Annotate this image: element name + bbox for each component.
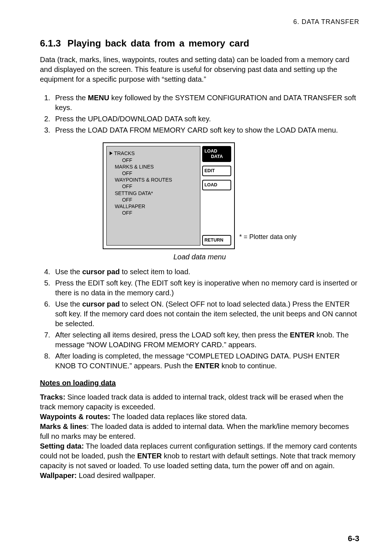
page-header: 6. DATA TRANSFER [40,17,359,26]
intro-paragraph: Data (track, marks, lines, waypoints, ro… [40,55,359,84]
menu-label: SETTING DATA* [115,190,197,197]
softkey-edit[interactable]: EDIT [202,166,231,176]
list-item: After loading is completed, the message … [52,351,359,371]
note-setting-data: Setting data: The loaded data replaces c… [40,441,359,471]
softkey-column: LOAD DATA EDIT LOAD RETURN [202,146,231,246]
note-marks-lines: Marks & lines: The loaded data is added … [40,422,359,441]
menu-value: OFF [122,197,197,203]
menu-label: MARKS & LINES [115,163,197,170]
section-number: 6.1.3 [40,38,61,49]
menu-label: WAYPOINTS & ROUTES [115,177,197,183]
section-title-text: Playing back data from a memory card [68,38,249,49]
section-title: 6.1.3Playing back data from a memory car… [40,37,359,50]
list-item: Use the cursor pad to select item to loa… [52,267,359,277]
softkey-return[interactable]: RETURN [202,235,231,246]
list-item: Press the EDIT soft key. (The EDIT soft … [52,278,359,298]
notes-heading: Notes on loading data [40,378,359,388]
page-number: 6-3 [348,533,359,544]
list-item: Press the UPLOAD/DOWNLOAD DATA soft key. [52,114,359,124]
notes-block: Tracks: Since loaded track data is added… [40,392,359,481]
device-frame: TRACKS OFF MARKS & LINES OFF WAYPOINTS &… [103,142,235,249]
steps-list-a: Press the MENU key followed by the SYSTE… [40,93,359,135]
menu-row: TRACKS [110,150,197,157]
menu-value: OFF [122,210,197,216]
menu-label: TRACKS [114,150,135,157]
menu-value: OFF [122,170,197,177]
menu-value: OFF [122,157,197,163]
page: 6. DATA TRANSFER 6.1.3Playing back data … [0,0,392,555]
steps-list-b: Use the cursor pad to select item to loa… [40,267,359,371]
figure-caption: Load data menu [173,252,226,262]
figure-footnote: * = Plotter data only [239,232,297,249]
list-item: Press the LOAD DATA FROM MEMORY CARD sof… [52,125,359,135]
list-item: After selecting all items desired, press… [52,330,359,350]
figure-row: TRACKS OFF MARKS & LINES OFF WAYPOINTS &… [103,142,297,249]
note-tracks: Tracks: Since loaded track data is added… [40,392,359,412]
menu-label: WALLPAPER [115,203,197,210]
figure: TRACKS OFF MARKS & LINES OFF WAYPOINTS &… [40,142,359,262]
note-wallpaper: Wallpaper: Load desired wallpaper. [40,471,359,481]
menu-screen: TRACKS OFF MARKS & LINES OFF WAYPOINTS &… [106,146,200,246]
softkey-load-data[interactable]: LOAD DATA [202,146,231,162]
list-item: Use the cursor pad to select ON. (Select… [52,299,359,329]
list-item: Press the MENU key followed by the SYSTE… [52,93,359,113]
pointer-icon [110,151,113,155]
note-waypoints-routes: Waypoints & routes: The loaded data repl… [40,412,359,422]
softkey-load[interactable]: LOAD [202,180,231,190]
menu-value: OFF [122,183,197,190]
